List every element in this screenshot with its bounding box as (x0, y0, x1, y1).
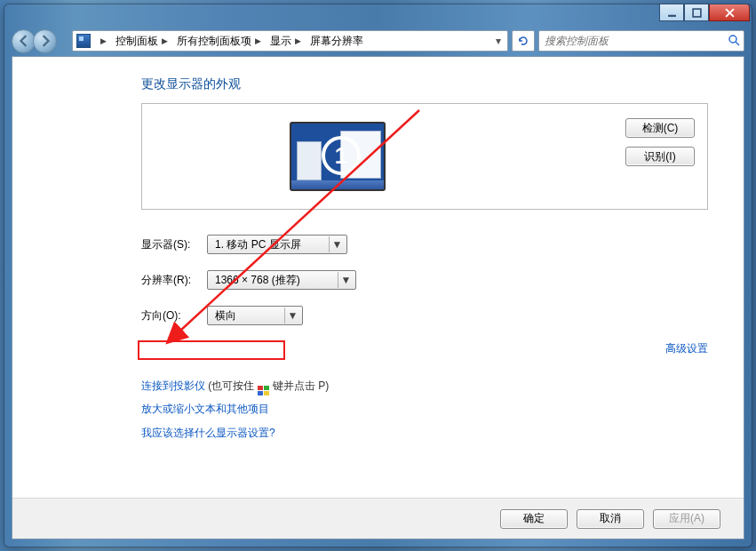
nav-row: ▶ 控制面板▶ 所有控制面板项▶ 显示▶ 屏幕分辨率 ▾ (12, 28, 744, 54)
breadcrumb-control-panel[interactable]: 控制面板▶ (113, 34, 172, 49)
minimize-button[interactable] (659, 4, 684, 21)
display-dropdown[interactable]: 1. 移动 PC 显示屏 ▼ (207, 235, 347, 254)
close-button[interactable] (709, 4, 750, 21)
refresh-icon (517, 35, 529, 47)
help-links: 连接到投影仪 (也可按住 键并点击 P) 放大或缩小文本和其他项目 我应该选择什… (141, 374, 708, 444)
monitor-side-buttons: 检测(C) 识别(I) (625, 118, 695, 166)
projector-link[interactable]: 连接到投影仪 (141, 379, 205, 392)
orientation-dropdown[interactable]: 横向 ▼ (207, 306, 303, 325)
svg-line-3 (736, 42, 739, 45)
svg-rect-7 (264, 391, 269, 395)
breadcrumb-resolution[interactable]: 屏幕分辨率 (307, 34, 366, 49)
minimize-icon (667, 8, 677, 18)
page-title: 更改显示器的外观 (141, 76, 708, 92)
breadcrumb-label: 所有控制面板项 (177, 34, 251, 49)
maximize-icon (692, 8, 702, 18)
which-display-link[interactable]: 我应该选择什么显示器设置? (141, 427, 275, 439)
display-label: 显示器(S): (141, 237, 207, 252)
titlebar (4, 4, 752, 28)
svg-rect-5 (264, 386, 269, 390)
address-bar[interactable]: ▶ 控制面板▶ 所有控制面板项▶ 显示▶ 屏幕分辨率 ▾ (72, 30, 508, 52)
mini-window (297, 141, 322, 180)
arrow-right-icon (39, 35, 52, 47)
back-button[interactable] (12, 29, 36, 53)
projector-note-2: 键并点击 P) (273, 379, 329, 392)
client-area: 更改显示器的外观 1 检测(C) 识别(I) 显示器(S): 1. 移动 (12, 56, 744, 539)
projector-line: 连接到投影仪 (也可按住 键并点击 P) (141, 374, 708, 397)
svg-rect-4 (258, 386, 263, 390)
advanced-settings-link[interactable]: 高级设置 (665, 342, 708, 355)
windows-logo-icon (258, 381, 270, 392)
detect-button[interactable]: 检测(C) (625, 118, 695, 138)
orientation-label: 方向(O): (141, 308, 207, 323)
control-panel-icon (76, 34, 91, 48)
monitor-thumbnail[interactable]: 1 (290, 122, 386, 191)
search-icon (728, 34, 740, 49)
breadcrumb-label: 屏幕分辨率 (310, 34, 363, 49)
display-value: 1. 移动 PC 显示屏 (215, 237, 301, 252)
chevron-down-icon: ▼ (338, 272, 354, 288)
svg-rect-0 (668, 14, 676, 16)
mini-taskbar (291, 180, 384, 189)
svg-rect-1 (693, 9, 701, 17)
forward-button[interactable] (33, 29, 57, 53)
advanced-row: 高级设置 (141, 341, 708, 356)
chevron-down-icon: ▼ (284, 307, 300, 323)
content: 更改显示器的外观 1 检测(C) 识别(I) 显示器(S): 1. 移动 (12, 57, 744, 462)
ok-button[interactable]: 确定 (500, 509, 568, 529)
resize-text-link[interactable]: 放大或缩小文本和其他项目 (141, 403, 269, 415)
apply-button[interactable]: 应用(A) (653, 509, 720, 529)
svg-rect-6 (258, 391, 263, 395)
close-icon (725, 8, 735, 18)
breadcrumb-display[interactable]: 显示▶ (267, 34, 306, 49)
identify-button[interactable]: 识别(I) (625, 147, 695, 166)
refresh-button[interactable] (512, 30, 535, 52)
resolution-dropdown[interactable]: 1366 × 768 (推荐) ▼ (207, 270, 356, 290)
cancel-button[interactable]: 取消 (577, 509, 644, 529)
address-dropdown[interactable]: ▾ (491, 31, 505, 51)
row-orientation: 方向(O): 横向 ▼ (141, 306, 708, 325)
svg-point-2 (729, 36, 736, 43)
row-resolution: 分辨率(R): 1366 × 768 (推荐) ▼ (141, 270, 708, 290)
window-frame: ▶ 控制面板▶ 所有控制面板项▶ 显示▶ 屏幕分辨率 ▾ (4, 4, 752, 547)
breadcrumb-label: 控制面板 (115, 34, 158, 49)
resolution-value: 1366 × 768 (推荐) (215, 273, 300, 288)
search-input[interactable] (543, 34, 740, 48)
row-display: 显示器(S): 1. 移动 PC 显示屏 ▼ (141, 235, 708, 254)
projector-note-1: (也可按住 (208, 379, 257, 392)
dialog-button-bar: 确定 取消 应用(A) (12, 498, 744, 539)
monitor-id-badge: 1 (322, 136, 361, 175)
caption-buttons (659, 4, 752, 21)
resolution-label: 分辨率(R): (141, 273, 207, 288)
breadcrumb-all-items[interactable]: 所有控制面板项▶ (174, 34, 266, 49)
chevron-down-icon: ▼ (329, 236, 345, 252)
breadcrumb-sep-root[interactable]: ▶ (96, 36, 111, 45)
settings-form: 显示器(S): 1. 移动 PC 显示屏 ▼ 分辨率(R): 1366 × 76… (141, 235, 708, 325)
nav-back-forward (12, 28, 68, 53)
breadcrumb-label: 显示 (270, 34, 291, 49)
search-box[interactable] (538, 30, 744, 52)
monitor-preview-box: 1 检测(C) 识别(I) (141, 103, 708, 210)
maximize-button[interactable] (684, 4, 709, 21)
arrow-left-icon (18, 35, 30, 47)
orientation-value: 横向 (215, 308, 236, 323)
